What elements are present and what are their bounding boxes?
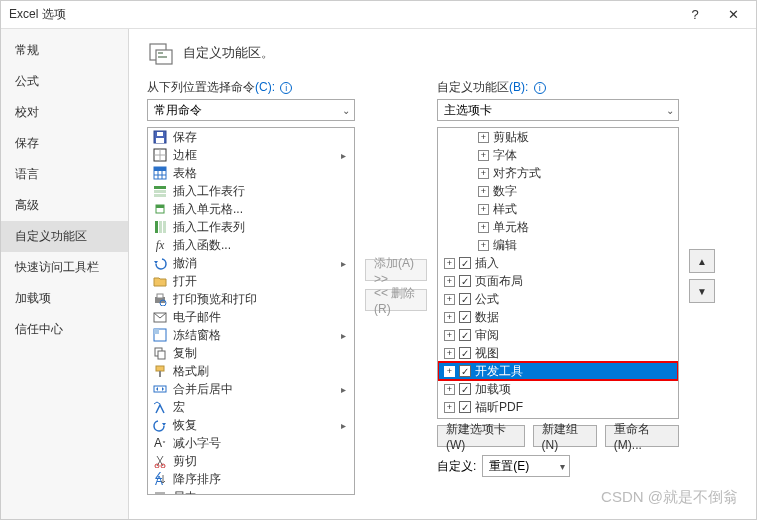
command-item[interactable]: 打印预览和打印 — [148, 290, 354, 308]
svg-rect-20 — [155, 221, 158, 233]
command-item[interactable]: 宏 — [148, 398, 354, 416]
reset-select[interactable]: 重置(E) ▾ — [482, 455, 570, 477]
tree-item[interactable]: +✓公式 — [438, 290, 678, 308]
expand-plus-icon[interactable]: + — [444, 276, 455, 287]
command-item[interactable]: 表格 — [148, 164, 354, 182]
sidebar-item[interactable]: 信任中心 — [1, 314, 128, 345]
command-item[interactable]: ZA降序排序 — [148, 470, 354, 488]
command-item[interactable]: fx插入函数... — [148, 236, 354, 254]
close-button[interactable]: ✕ — [718, 7, 748, 22]
command-item[interactable]: 复制 — [148, 344, 354, 362]
tree-item[interactable]: +✓加载项 — [438, 380, 678, 398]
customize-ribbon-select[interactable]: 主选项卡 ⌄ — [437, 99, 679, 121]
sidebar-item[interactable]: 加载项 — [1, 283, 128, 314]
command-item[interactable]: 插入单元格... — [148, 200, 354, 218]
tree-item[interactable]: +✓插入 — [438, 254, 678, 272]
ribbon-tree[interactable]: +剪贴板+字体+对齐方式+数字+样式+单元格+编辑+✓插入+✓页面布局+✓公式+… — [437, 127, 679, 419]
expand-plus-icon[interactable]: + — [478, 150, 489, 161]
tree-item[interactable]: +剪贴板 — [438, 128, 678, 146]
expand-plus-icon[interactable]: + — [444, 330, 455, 341]
rename-button[interactable]: 重命名(M)... — [605, 425, 679, 447]
tree-item[interactable]: +字体 — [438, 146, 678, 164]
tree-item[interactable]: +对齐方式 — [438, 164, 678, 182]
svg-rect-32 — [159, 371, 161, 377]
choose-commands-select[interactable]: 常用命令 ⌄ — [147, 99, 355, 121]
command-item[interactable]: 打开 — [148, 272, 354, 290]
checkbox[interactable]: ✓ — [459, 311, 471, 323]
checkbox[interactable]: ✓ — [459, 293, 471, 305]
remove-button[interactable]: << 删除(R) — [365, 289, 427, 311]
customize-label: 自定义: — [437, 458, 476, 475]
expand-plus-icon[interactable]: + — [444, 258, 455, 269]
sidebar-item[interactable]: 公式 — [1, 66, 128, 97]
expand-plus-icon[interactable]: + — [444, 366, 455, 377]
command-item[interactable]: 剪切 — [148, 452, 354, 470]
tree-item[interactable]: +✓视图 — [438, 344, 678, 362]
info-icon[interactable]: i — [534, 82, 546, 94]
command-item[interactable]: 居中 — [148, 488, 354, 495]
tree-item[interactable]: +✓数据 — [438, 308, 678, 326]
sidebar-item[interactable]: 高级 — [1, 190, 128, 221]
command-item[interactable]: 撤消▸ — [148, 254, 354, 272]
tree-item[interactable]: +✓福昕PDF — [438, 398, 678, 416]
expand-plus-icon[interactable]: + — [444, 312, 455, 323]
move-up-button[interactable]: ▲ — [689, 249, 715, 273]
command-item[interactable]: 恢复▸ — [148, 416, 354, 434]
expand-plus-icon[interactable]: + — [444, 402, 455, 413]
help-button[interactable]: ? — [680, 7, 710, 22]
command-item[interactable]: 格式刷 — [148, 362, 354, 380]
checkbox[interactable]: ✓ — [459, 257, 471, 269]
expand-plus-icon[interactable]: + — [478, 204, 489, 215]
tree-item[interactable]: +✓开发工具 — [438, 362, 678, 380]
info-icon[interactable]: i — [280, 82, 292, 94]
expand-arrow-icon: ▸ — [341, 330, 350, 341]
sortdesc-icon: ZA — [152, 471, 168, 487]
expand-plus-icon[interactable]: + — [444, 384, 455, 395]
expand-plus-icon[interactable]: + — [478, 240, 489, 251]
tree-item[interactable]: +数字 — [438, 182, 678, 200]
sidebar-item[interactable]: 保存 — [1, 128, 128, 159]
command-item[interactable]: 插入工作表列 — [148, 218, 354, 236]
checkbox[interactable]: ✓ — [459, 401, 471, 413]
command-item[interactable]: 合并后居中▸ — [148, 380, 354, 398]
command-item[interactable]: 边框▸ — [148, 146, 354, 164]
sidebar-item[interactable]: 常规 — [1, 35, 128, 66]
new-tab-button[interactable]: 新建选项卡(W) — [437, 425, 525, 447]
expand-plus-icon[interactable]: + — [478, 132, 489, 143]
checkbox[interactable]: ✓ — [459, 347, 471, 359]
sidebar-item[interactable]: 校对 — [1, 97, 128, 128]
choose-commands-select-value: 常用命令 — [154, 102, 202, 119]
customize-ribbon-select-value: 主选项卡 — [444, 102, 492, 119]
tree-item[interactable]: +✓页面布局 — [438, 272, 678, 290]
command-item[interactable]: A˅减小字号 — [148, 434, 354, 452]
expand-plus-icon[interactable]: + — [478, 186, 489, 197]
command-item[interactable]: 插入工作表行 — [148, 182, 354, 200]
tree-item-label: 单元格 — [493, 219, 529, 236]
new-group-button[interactable]: 新建组(N) — [533, 425, 597, 447]
command-item[interactable]: 电子邮件 — [148, 308, 354, 326]
checkbox[interactable]: ✓ — [459, 383, 471, 395]
tree-item[interactable]: +✓审阅 — [438, 326, 678, 344]
expand-plus-icon[interactable]: + — [478, 168, 489, 179]
command-item[interactable]: 冻结窗格▸ — [148, 326, 354, 344]
move-down-button[interactable]: ▼ — [689, 279, 715, 303]
tree-item-label: 样式 — [493, 201, 517, 218]
sidebar-item[interactable]: 快速访问工具栏 — [1, 252, 128, 283]
sidebar-item[interactable]: 语言 — [1, 159, 128, 190]
expand-plus-icon[interactable]: + — [478, 222, 489, 233]
checkbox[interactable]: ✓ — [459, 275, 471, 287]
checkbox[interactable]: ✓ — [459, 365, 471, 377]
expand-plus-icon[interactable]: + — [444, 348, 455, 359]
add-button[interactable]: 添加(A) >> — [365, 259, 427, 281]
border-icon — [152, 147, 168, 163]
tree-item[interactable]: +✓背景消除 — [438, 416, 678, 419]
command-item[interactable]: 保存 — [148, 128, 354, 146]
tree-item[interactable]: +样式 — [438, 200, 678, 218]
checkbox[interactable]: ✓ — [459, 329, 471, 341]
commands-listbox[interactable]: 保存边框▸表格插入工作表行插入单元格...插入工作表列fx插入函数...撤消▸打… — [147, 127, 355, 495]
cell-icon — [152, 201, 168, 217]
sidebar-item[interactable]: 自定义功能区 — [1, 221, 128, 252]
expand-plus-icon[interactable]: + — [444, 294, 455, 305]
tree-item[interactable]: +编辑 — [438, 236, 678, 254]
tree-item[interactable]: +单元格 — [438, 218, 678, 236]
